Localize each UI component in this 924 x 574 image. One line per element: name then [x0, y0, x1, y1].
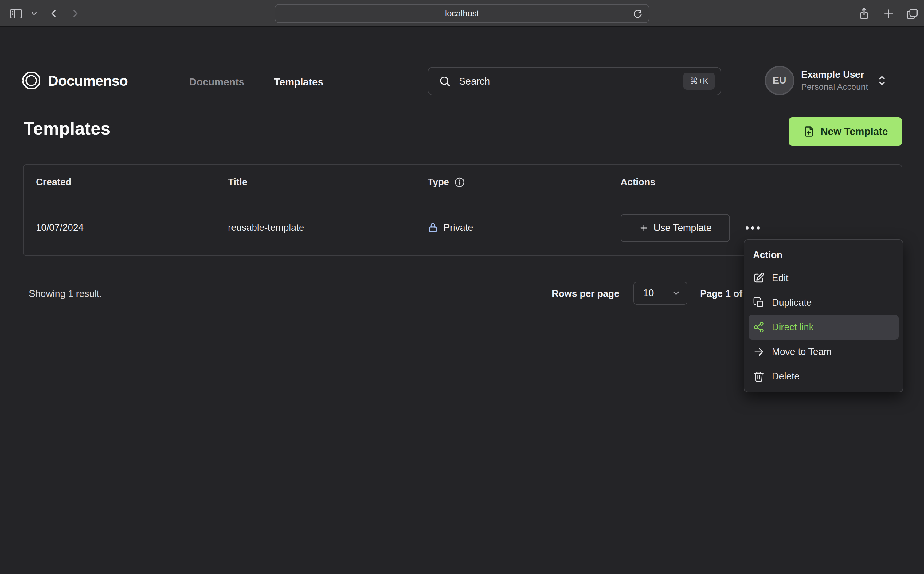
brand-name: Documenso — [48, 72, 128, 89]
search-input[interactable] — [459, 76, 683, 87]
rows-per-page-select[interactable]: 10 — [633, 282, 688, 304]
action-menu-header: Action — [749, 244, 899, 266]
page-info: Page 1 of 1 — [700, 288, 751, 299]
column-header-actions: Actions — [620, 165, 655, 199]
cell-title: reusable-template — [228, 199, 304, 256]
arrow-right-icon — [753, 346, 765, 358]
use-template-label: Use Template — [654, 222, 712, 233]
share-icon[interactable] — [858, 6, 870, 22]
address-bar[interactable]: localhost — [275, 4, 649, 23]
edit-icon — [753, 272, 765, 284]
nav-item-documents[interactable]: Documents — [189, 76, 244, 88]
search-icon — [439, 75, 451, 87]
ellipsis-icon — [746, 227, 749, 230]
plus-icon — [639, 223, 649, 233]
tab-overview-icon[interactable] — [905, 7, 919, 21]
brand-logo[interactable]: Documenso — [22, 71, 128, 90]
user-account-type: Personal Account — [801, 82, 868, 92]
column-header-type-label: Type — [428, 177, 449, 188]
lock-icon — [428, 222, 438, 233]
cell-type: Private — [428, 199, 473, 256]
menu-item-label: Duplicate — [772, 297, 812, 308]
page-title: Templates — [24, 118, 110, 139]
action-dropdown-menu: Action Edit Duplicate Direct link — [744, 240, 904, 393]
user-menu[interactable]: EU Example User Personal Account — [765, 66, 887, 95]
share-link-icon — [753, 322, 765, 333]
column-header-title: Title — [228, 165, 247, 199]
menu-item-label: Delete — [772, 371, 800, 382]
menu-item-label: Edit — [772, 273, 788, 284]
menu-item-duplicate[interactable]: Duplicate — [749, 290, 899, 315]
new-tab-icon[interactable] — [882, 7, 895, 20]
menu-item-label: Direct link — [772, 322, 814, 333]
nav-item-templates[interactable]: Templates — [274, 76, 323, 88]
rows-per-page-value: 10 — [643, 288, 654, 299]
url-text: localhost — [445, 9, 479, 19]
copy-icon — [753, 297, 765, 309]
trash-icon — [753, 371, 765, 382]
column-header-created: Created — [36, 165, 71, 199]
chevron-down-icon — [672, 289, 681, 298]
user-name: Example User — [801, 69, 868, 80]
rows-per-page-label: Rows per page — [552, 288, 620, 299]
row-actions-menu-trigger[interactable] — [743, 223, 763, 233]
search-shortcut-badge: ⌘+K — [683, 73, 715, 90]
user-text: Example User Personal Account — [801, 69, 868, 92]
new-template-label: New Template — [820, 126, 888, 137]
results-summary: Showing 1 result. — [29, 288, 102, 299]
cell-created: 10/07/2024 — [36, 199, 83, 256]
cell-type-label: Private — [444, 222, 473, 233]
search-box[interactable]: ⌘+K — [428, 67, 721, 95]
toolbar-divider — [26, 7, 26, 20]
app-header: Documenso Documents Templates ⌘+K EU Exa… — [0, 27, 924, 73]
chevron-down-icon[interactable] — [30, 11, 38, 17]
back-icon[interactable] — [49, 6, 59, 21]
menu-item-label: Move to Team — [772, 346, 831, 357]
info-icon[interactable] — [454, 177, 465, 188]
reload-icon[interactable] — [632, 9, 642, 19]
sidebar-toggle-icon[interactable] — [9, 7, 23, 20]
new-template-button[interactable]: New Template — [789, 117, 902, 146]
avatar: EU — [765, 66, 794, 95]
table-header: Created Title Type Actions — [24, 165, 902, 199]
menu-item-move-to-team[interactable]: Move to Team — [749, 339, 899, 364]
documenso-logo-icon — [22, 71, 41, 90]
menu-item-edit[interactable]: Edit — [749, 266, 899, 290]
file-plus-icon — [803, 125, 815, 138]
use-template-button[interactable]: Use Template — [620, 214, 730, 242]
forward-icon[interactable] — [70, 6, 80, 21]
menu-item-delete[interactable]: Delete — [749, 364, 899, 389]
menu-item-direct-link[interactable]: Direct link — [749, 315, 899, 339]
browser-chrome: localhost — [0, 0, 924, 27]
chevrons-up-down-icon — [877, 74, 887, 87]
column-header-type: Type — [428, 165, 465, 199]
